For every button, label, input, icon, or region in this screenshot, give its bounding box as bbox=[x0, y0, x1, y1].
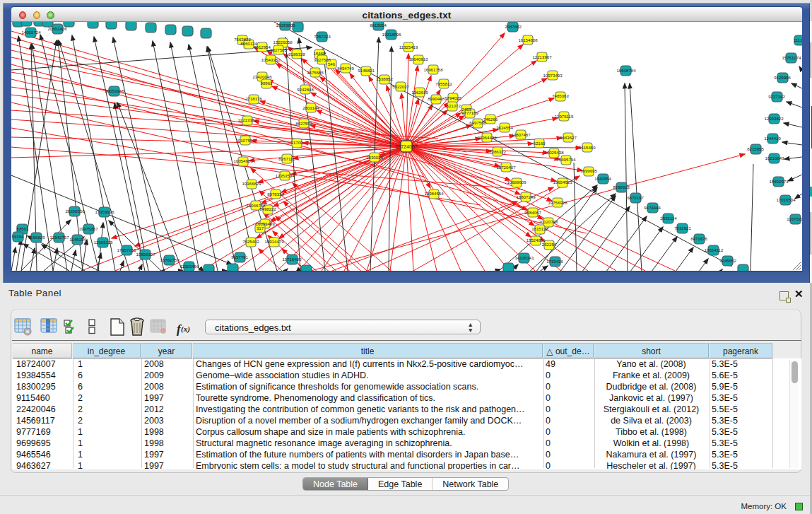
svg-text:1156829: 1156829 bbox=[28, 235, 45, 240]
svg-text:19218596: 19218596 bbox=[382, 32, 401, 37]
svg-text:16154808: 16154808 bbox=[518, 37, 538, 42]
svg-text:16648784: 16648784 bbox=[616, 68, 636, 73]
svg-text:9699695: 9699695 bbox=[580, 168, 597, 173]
svg-text:10120746: 10120746 bbox=[539, 219, 558, 224]
svg-text:317: 317 bbox=[257, 226, 264, 230]
svg-text:3624554: 3624554 bbox=[496, 125, 513, 130]
svg-text:15751074: 15751074 bbox=[782, 55, 801, 60]
svg-text:15716485: 15716485 bbox=[282, 257, 302, 262]
svg-text:9327505: 9327505 bbox=[270, 47, 287, 52]
svg-text:11124: 11124 bbox=[794, 37, 802, 42]
svg-text:9115460: 9115460 bbox=[579, 145, 596, 150]
svg-text:8454749: 8454749 bbox=[337, 66, 354, 71]
svg-text:13226058: 13226058 bbox=[273, 40, 293, 45]
svg-text:10973493: 10973493 bbox=[543, 73, 563, 78]
svg-text:12942757: 12942757 bbox=[49, 235, 69, 240]
svg-text:9227142: 9227142 bbox=[768, 94, 785, 99]
svg-text:17359926: 17359926 bbox=[95, 209, 114, 214]
svg-text:18807249: 18807249 bbox=[516, 194, 536, 199]
svg-text:10543362: 10543362 bbox=[261, 57, 281, 62]
svg-text:10688609: 10688609 bbox=[507, 180, 526, 185]
svg-text:19166829: 19166829 bbox=[242, 181, 261, 186]
svg-text:99154: 99154 bbox=[12, 234, 25, 239]
svg-text:10107553: 10107553 bbox=[235, 138, 255, 143]
svg-text:19975867: 19975867 bbox=[78, 226, 98, 231]
svg-text:10654112: 10654112 bbox=[705, 247, 724, 252]
svg-text:14136141: 14136141 bbox=[514, 255, 534, 260]
svg-text:16914479: 16914479 bbox=[264, 239, 284, 244]
svg-text:8813054: 8813054 bbox=[370, 23, 387, 28]
svg-text:9463627: 9463627 bbox=[560, 135, 577, 140]
svg-text:17957255: 17957255 bbox=[117, 247, 136, 252]
svg-text:26206556: 26206556 bbox=[65, 209, 85, 214]
svg-text:20364436: 20364436 bbox=[477, 135, 497, 140]
svg-text:14055724: 14055724 bbox=[21, 30, 41, 35]
svg-text:11325419: 11325419 bbox=[399, 45, 418, 49]
svg-text:10054906: 10054906 bbox=[233, 158, 253, 163]
svg-text:9146821: 9146821 bbox=[358, 68, 375, 73]
svg-text:19384554: 19384554 bbox=[424, 191, 444, 196]
svg-text:15720407: 15720407 bbox=[496, 165, 516, 170]
svg-text:20691406: 20691406 bbox=[47, 26, 67, 31]
svg-text:6497568: 6497568 bbox=[469, 120, 486, 125]
svg-text:15692971: 15692971 bbox=[769, 179, 789, 184]
svg-text:16961758: 16961758 bbox=[423, 67, 443, 72]
svg-text:1640954: 1640954 bbox=[594, 176, 611, 181]
svg-text:8912954: 8912954 bbox=[254, 45, 271, 49]
svg-text:8215955: 8215955 bbox=[747, 146, 764, 151]
svg-text:7625402: 7625402 bbox=[242, 239, 259, 244]
svg-text:10025438: 10025438 bbox=[544, 150, 564, 155]
svg-text:16210643: 16210643 bbox=[765, 156, 784, 160]
svg-text:9129966: 9129966 bbox=[774, 75, 791, 80]
svg-text:13353594: 13353594 bbox=[275, 173, 295, 178]
svg-text:8878334: 8878334 bbox=[267, 192, 284, 197]
svg-text:1244419: 1244419 bbox=[764, 136, 781, 141]
svg-text:1538852: 1538852 bbox=[376, 76, 393, 81]
svg-text:1621072: 1621072 bbox=[444, 103, 461, 108]
svg-text:9777169: 9777169 bbox=[461, 110, 478, 115]
svg-text:16033809: 16033809 bbox=[276, 23, 295, 28]
svg-text:5498222: 5498222 bbox=[259, 206, 276, 211]
svg-text:(x): (x) bbox=[181, 325, 190, 334]
svg-text:10958107: 10958107 bbox=[136, 252, 155, 257]
svg-text:2718176: 2718176 bbox=[245, 96, 262, 101]
svg-text:1733426: 1733426 bbox=[546, 259, 563, 264]
svg-text:7357224: 7357224 bbox=[314, 34, 331, 39]
svg-text:8471676: 8471676 bbox=[690, 236, 707, 241]
svg-text:12213382: 12213382 bbox=[237, 117, 257, 122]
svg-text:9657791: 9657791 bbox=[231, 255, 248, 259]
svg-text:10807487: 10807487 bbox=[511, 132, 531, 137]
svg-text:9242848: 9242848 bbox=[297, 87, 314, 92]
svg-text:8938923: 8938923 bbox=[613, 185, 630, 189]
svg-text:3675685: 3675685 bbox=[307, 70, 324, 75]
svg-text:8990448: 8990448 bbox=[428, 96, 445, 101]
svg-text:1615132: 1615132 bbox=[531, 226, 548, 231]
svg-text:23420046: 23420046 bbox=[252, 74, 272, 79]
svg-text:19654923: 19654923 bbox=[553, 180, 572, 185]
svg-text:17016504: 17016504 bbox=[776, 197, 796, 202]
svg-text:1167533: 1167533 bbox=[787, 216, 802, 221]
svg-text:16782759: 16782759 bbox=[160, 257, 180, 262]
svg-text:7955812: 7955812 bbox=[435, 81, 452, 86]
svg-text:12975115: 12975115 bbox=[555, 114, 574, 119]
svg-text:1362615: 1362615 bbox=[411, 90, 428, 95]
svg-text:11923466: 11923466 bbox=[180, 264, 199, 269]
svg-text:7485063: 7485063 bbox=[552, 93, 569, 98]
svg-text:2803144: 2803144 bbox=[302, 105, 319, 110]
svg-text:7386322: 7386322 bbox=[489, 149, 506, 154]
svg-text:12093822: 12093822 bbox=[764, 116, 784, 121]
svg-text:62160: 62160 bbox=[534, 141, 546, 146]
svg-text:18724007: 18724007 bbox=[395, 144, 417, 149]
svg-text:12505115: 12505115 bbox=[94, 240, 113, 245]
svg-text:2935114: 2935114 bbox=[660, 216, 677, 221]
svg-text:1145194: 1145194 bbox=[69, 237, 86, 242]
svg-text:6879197: 6879197 bbox=[627, 195, 644, 200]
svg-text:7632621: 7632621 bbox=[674, 226, 691, 230]
svg-text:18640910: 18640910 bbox=[408, 57, 428, 62]
svg-text:252254: 252254 bbox=[542, 242, 557, 247]
svg-text:2087682: 2087682 bbox=[505, 24, 522, 29]
svg-text:16495794: 16495794 bbox=[556, 157, 576, 162]
svg-text:2530025: 2530025 bbox=[366, 155, 383, 160]
svg-text:88501: 88501 bbox=[17, 226, 30, 231]
svg-text:15468: 15468 bbox=[314, 51, 326, 56]
